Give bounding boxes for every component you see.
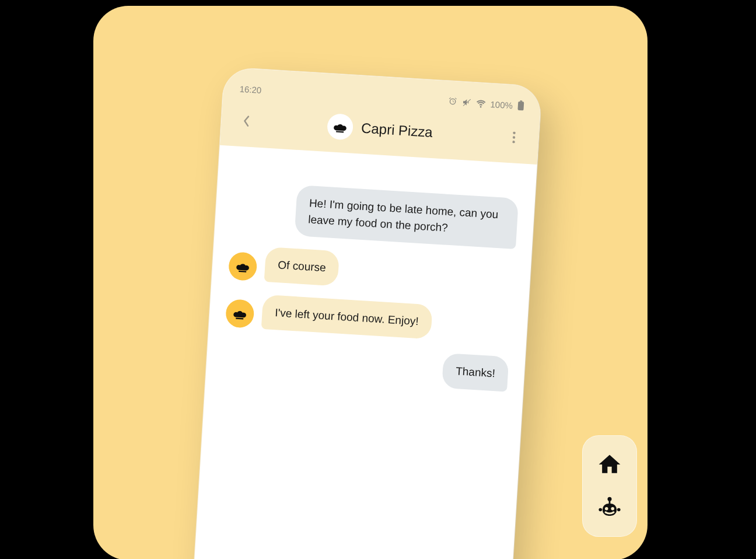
svg-point-8	[605, 507, 608, 511]
chef-hat-icon	[235, 258, 251, 274]
chat-title: Capri Pizza	[360, 120, 433, 141]
svg-point-3	[512, 136, 515, 139]
message-row: I've left your food now. Enjoy!	[225, 292, 512, 344]
svg-point-10	[598, 508, 602, 512]
chat-title-wrap: Capri Pizza	[254, 109, 506, 149]
sender-avatar	[225, 299, 255, 329]
sender-avatar	[228, 251, 258, 281]
robot-icon	[597, 495, 622, 520]
battery-icon	[517, 100, 524, 111]
status-time: 16:20	[239, 83, 262, 95]
alarm-icon	[447, 96, 457, 106]
svg-rect-1	[520, 100, 522, 102]
svg-rect-6	[609, 501, 611, 504]
chat-body: He! I'm going to be late home, can you l…	[205, 145, 537, 404]
message-bubble-outgoing[interactable]: He! I'm going to be late home, can you l…	[295, 185, 519, 249]
bot-button[interactable]	[595, 493, 624, 522]
header-avatar	[327, 113, 354, 141]
message-row: Of course	[228, 244, 515, 296]
back-button[interactable]	[237, 112, 256, 131]
wifi-icon	[475, 98, 486, 109]
mute-icon	[461, 97, 471, 107]
message-bubble-incoming[interactable]: Of course	[264, 247, 340, 286]
more-button[interactable]	[505, 128, 523, 147]
message-bubble-outgoing[interactable]: Thanks!	[442, 353, 509, 392]
svg-point-4	[512, 141, 515, 144]
chef-hat-icon	[232, 306, 248, 322]
floating-nav-panel	[582, 435, 637, 537]
battery-percent: 100%	[490, 99, 513, 110]
svg-rect-0	[517, 102, 524, 111]
svg-point-5	[608, 497, 612, 501]
chef-hat-icon	[332, 119, 348, 135]
message-row: He! I'm going to be late home, can you l…	[231, 181, 519, 249]
svg-point-2	[513, 131, 516, 134]
message-bubble-incoming[interactable]: I've left your food now. Enjoy!	[261, 294, 433, 339]
message-row: Thanks!	[222, 340, 509, 392]
svg-point-11	[617, 508, 621, 512]
chevron-left-icon	[242, 115, 251, 127]
more-vertical-icon	[512, 131, 515, 143]
svg-point-9	[611, 507, 614, 511]
home-button[interactable]	[595, 450, 624, 479]
home-icon	[597, 452, 622, 477]
phone-mockup: 16:20 100%	[186, 67, 542, 559]
status-icons: 100%	[447, 96, 524, 111]
